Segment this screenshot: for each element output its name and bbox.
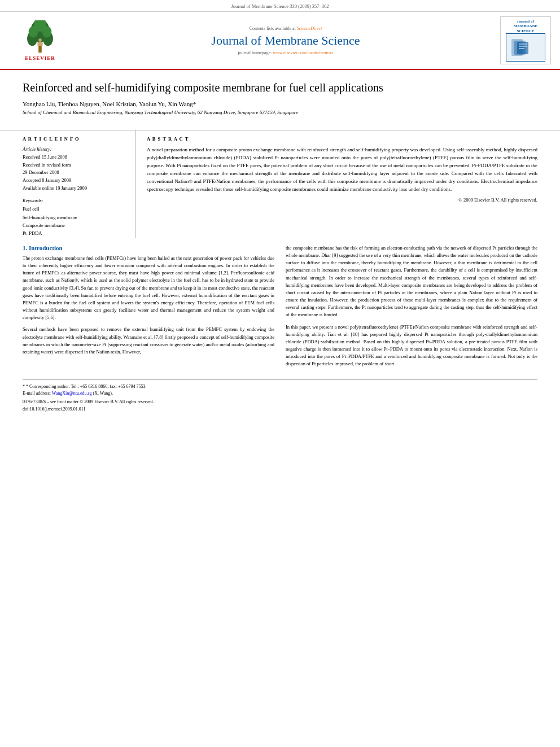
journal-homepage: journal homepage: www.elsevier.com/locat… [238,50,333,55]
homepage-label: journal homepage: [238,50,272,55]
article-authors: Yonghao Liu, Tienhoa Nguyen, Noel Kristi… [23,101,537,107]
intro-para-2: Several methods have been proposed to re… [23,326,274,356]
abstract-text: A novel preparation method for a composi… [147,146,537,194]
elsevier-tree-icon [20,20,60,54]
svg-rect-0 [38,45,42,53]
copyright-line: © 2009 Elsevier B.V. All rights reserved… [147,197,537,203]
sciencedirect-text: Contents lists available at [250,26,296,31]
article-section: Reinforced and self-humidifying composit… [0,70,560,128]
journal-logo-image [506,33,545,62]
article-affiliation: School of Chemical and Biomedical Engine… [23,110,537,115]
page: Journal of Membrane Science 330 (2009) 3… [0,0,560,747]
email-suffix: (X. Wang). [93,391,113,396]
keyword-4: Pt–PDDA [23,229,128,237]
corresponding-author: * * Corresponding author. Tel.: +65 6316… [23,383,537,390]
svg-point-7 [38,38,42,42]
sciencedirect-line: Contents lists available at ScienceDirec… [250,26,322,31]
article-info-abstract: A R T I C L E I N F O Article history: R… [0,130,560,238]
intro-heading: 1. Introduction [23,244,274,251]
article-info-label: A R T I C L E I N F O [23,136,128,142]
svg-point-5 [29,26,38,37]
email-address[interactable]: WangXin@ntu.edu.sg [52,391,92,396]
available-date: Available online 19 January 2009 [23,185,128,193]
svg-rect-12 [517,42,528,54]
elsevier-label: ELSEVIER [25,55,55,61]
doi-line: doi:10.1016/j.memsci.2009.01.011 [23,407,537,412]
journal-logo-right: journal ofMEMBRANESCIENCE [500,16,551,64]
email-label: E-mail address: [23,391,51,396]
keywords-label: Keywords: [23,198,128,203]
abstract-col: A B S T R A C T A novel preparation meth… [145,130,537,238]
right-para-1: the composite membrane has the risk of f… [286,244,537,319]
top-banner: ELSEVIER Contents lists available at Sci… [0,12,560,70]
keyword-2: Self-humidifying membrane [23,213,128,221]
footer-divider: * * Corresponding author. Tel.: +65 6316… [23,379,537,412]
abstract-label: A B S T R A C T [147,136,537,142]
keywords-section: Keywords: Fuel cell Self-humidifying mem… [23,198,128,238]
body-section: 1. Introduction The proton exchange memb… [0,238,560,379]
journal-main-title: Journal of Membrane Science [211,33,360,48]
body-right-col: the composite membrane has the risk of f… [286,244,537,373]
history-label: Article history: [23,146,128,152]
article-title: Reinforced and self-humidifying composit… [23,80,537,95]
svg-point-6 [42,26,52,37]
body-left-col: 1. Introduction The proton exchange memb… [23,244,274,373]
sciencedirect-link[interactable]: ScienceDirect [297,26,322,31]
elsevier-logo: ELSEVIER [9,16,71,64]
journal-ref: Journal of Membrane Science 330 (2009) 3… [231,3,329,9]
copyright-footer: 0376-7388/$ – see front matter © 2009 El… [23,399,537,404]
footer-area: * * Corresponding author. Tel.: +65 6316… [0,379,560,412]
received-date: Received 15 June 2008 [23,154,128,161]
accepted-date: Accepted 8 January 2009 [23,177,128,185]
journal-title-center: Contents lists available at ScienceDirec… [77,16,495,64]
corresponding-text: * Corresponding author. Tel.: +65 6316 8… [26,384,146,389]
keyword-1: Fuel cell [23,205,128,213]
article-dates: Received 15 June 2008 Received in revise… [23,154,128,192]
keyword-3: Composite membrane [23,221,128,229]
svg-rect-8 [37,41,42,45]
intro-para-1: The proton exchange membrane fuel cells … [23,255,274,322]
article-info-col: A R T I C L E I N F O Article history: R… [23,130,135,238]
homepage-url[interactable]: www.elsevier.com/locate/memsci [273,50,333,55]
received-revised-date: Received in revised form29 December 2008 [23,161,128,177]
right-para-2: In this paper, we present a novel poly(t… [286,324,537,368]
email-line: E-mail address: WangXin@ntu.edu.sg (X. W… [23,390,537,397]
journal-header: Journal of Membrane Science 330 (2009) 3… [0,0,560,12]
journal-logo-box-title: journal ofMEMBRANESCIENCE [514,19,537,33]
